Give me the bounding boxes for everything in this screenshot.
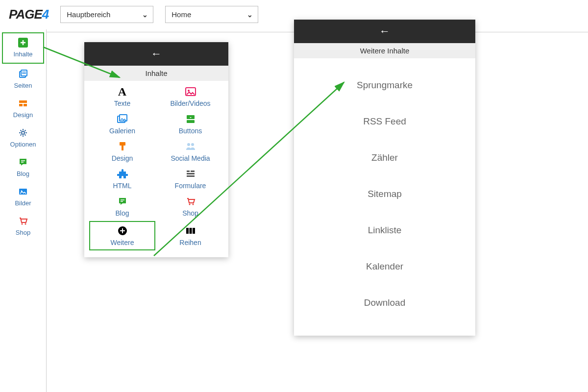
svg-rect-30	[193, 228, 195, 234]
cell-label: HTML	[113, 182, 131, 190]
sidebar-item-shop[interactable]: Shop	[0, 212, 46, 241]
list-item-download[interactable]: Download	[294, 285, 475, 321]
cart-icon	[18, 216, 28, 226]
gallery-icon	[117, 113, 128, 125]
svg-point-12	[188, 90, 190, 92]
sidebar-item-label: Design	[13, 111, 33, 119]
cell-texte[interactable]: A Texte	[88, 83, 156, 110]
weitere-list: Sprungmarke RSS Feed Zähler Sitemap Link…	[294, 58, 475, 336]
text-icon: A	[117, 86, 128, 98]
svg-rect-28	[186, 228, 189, 234]
content-grid: A Texte Bilder/Videos Galerien Buttons D…	[84, 81, 228, 257]
cell-label: Buttons	[179, 127, 202, 135]
svg-point-19	[187, 143, 190, 146]
list-item-sprungmarke[interactable]: Sprungmarke	[294, 67, 475, 103]
cell-shop[interactable]: Shop	[156, 193, 224, 220]
cell-label: Texte	[114, 99, 130, 107]
list-item-linkliste[interactable]: Linkliste	[294, 212, 475, 248]
sidebar: Inhalte Seiten Design Optionen Blog Bild…	[0, 29, 47, 392]
blog-icon	[117, 196, 128, 207]
cell-label: Bilder/Videos	[170, 99, 210, 107]
cell-label: Weitere	[111, 239, 134, 246]
form-icon	[185, 168, 196, 180]
area-dropdown-value: Hauptbereich	[67, 10, 110, 19]
cell-social[interactable]: Social Media	[156, 138, 224, 165]
sidebar-item-optionen[interactable]: Optionen	[0, 123, 46, 153]
cell-label: Blog	[115, 209, 129, 217]
sidebar-item-design[interactable]: Design	[0, 94, 46, 123]
page-dropdown-value: Home	[172, 10, 191, 19]
design-icon	[18, 98, 28, 109]
cell-html[interactable]: HTML	[88, 165, 156, 193]
gear-icon	[18, 127, 28, 138]
inhalte-panel: ← Inhalte A Texte Bilder/Videos Galerien…	[84, 42, 228, 257]
chevron-down-icon: ⌄	[247, 11, 253, 19]
svg-rect-4	[19, 104, 23, 106]
chevron-down-icon: ⌄	[142, 11, 148, 19]
svg-rect-5	[24, 104, 27, 106]
cell-reihen[interactable]: Reihen	[156, 220, 224, 251]
sidebar-item-label: Shop	[16, 229, 30, 236]
logo-text: PAGE	[9, 7, 42, 22]
cell-formulare[interactable]: Formulare	[156, 165, 224, 193]
list-item-kalender[interactable]: Kalender	[294, 248, 475, 285]
logo-accent: 4	[42, 7, 49, 22]
sidebar-item-inhalte[interactable]: Inhalte	[2, 32, 44, 64]
weitere-panel: ← Weitere Inhalte Sprungmarke RSS Feed Z…	[294, 20, 475, 336]
puzzle-icon	[117, 168, 128, 180]
cart-icon	[185, 196, 196, 207]
svg-rect-22	[191, 171, 195, 172]
list-item-rss[interactable]: RSS Feed	[294, 103, 475, 140]
panel-back-button[interactable]: ←	[84, 42, 228, 66]
list-item-zaehler[interactable]: Zähler	[294, 140, 475, 176]
svg-point-10	[25, 223, 26, 225]
cell-weitere[interactable]: Weitere	[89, 221, 155, 250]
panel-back-button[interactable]: ←	[294, 20, 475, 43]
sidebar-item-label: Blog	[17, 170, 29, 177]
sidebar-item-label: Inhalte	[13, 50, 32, 58]
sidebar-item-blog[interactable]: Blog	[0, 153, 46, 182]
svg-rect-18	[122, 146, 123, 150]
sidebar-item-label: Optionen	[10, 141, 36, 148]
svg-point-26	[192, 204, 194, 205]
cell-design[interactable]: Design	[88, 138, 156, 165]
sidebar-item-seiten[interactable]: Seiten	[0, 65, 46, 94]
cell-label: Social Media	[171, 154, 210, 162]
svg-rect-17	[120, 142, 125, 146]
svg-rect-2	[21, 70, 27, 76]
cell-label: Shop	[182, 209, 198, 217]
image-icon	[18, 186, 28, 197]
svg-point-9	[22, 223, 23, 225]
svg-point-25	[189, 204, 190, 205]
cell-label: Galerien	[109, 127, 135, 135]
pages-icon	[18, 69, 28, 79]
svg-rect-21	[187, 171, 190, 172]
cell-label: Formulare	[175, 182, 206, 190]
cell-label: Design	[112, 154, 133, 162]
sidebar-item-label: Seiten	[14, 82, 32, 89]
arrow-left-icon: ←	[151, 48, 162, 60]
list-item-sitemap[interactable]: Sitemap	[294, 176, 475, 212]
cell-buttons[interactable]: Buttons	[156, 110, 224, 138]
svg-rect-16	[187, 120, 195, 123]
cell-label: Reihen	[179, 239, 201, 246]
image-icon	[185, 86, 196, 98]
cell-blog[interactable]: Blog	[88, 193, 156, 220]
columns-icon	[185, 225, 196, 237]
page-dropdown[interactable]: Home ⌄	[165, 6, 258, 23]
panel-title: Inhalte	[84, 66, 228, 81]
area-dropdown[interactable]: Hauptbereich ⌄	[60, 6, 153, 23]
svg-rect-3	[19, 100, 27, 103]
panel-title: Weitere Inhalte	[294, 43, 475, 58]
cell-bilder-videos[interactable]: Bilder/Videos	[156, 83, 224, 110]
cell-galerien[interactable]: Galerien	[88, 110, 156, 138]
svg-point-20	[191, 143, 194, 146]
plus-circle-icon	[117, 225, 128, 237]
sidebar-item-label: Bilder	[15, 199, 31, 207]
svg-rect-23	[187, 173, 195, 174]
blog-icon	[18, 157, 28, 168]
svg-rect-29	[189, 228, 192, 234]
arrow-left-icon: ←	[379, 25, 390, 38]
plus-icon	[18, 37, 28, 48]
sidebar-item-bilder[interactable]: Bilder	[0, 182, 46, 212]
